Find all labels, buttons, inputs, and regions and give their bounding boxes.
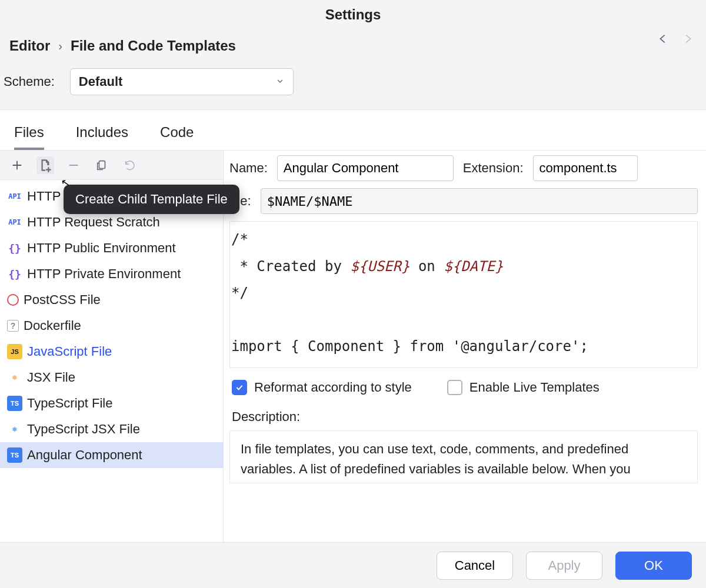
braces-icon: {} — [7, 266, 22, 282]
add-template-button[interactable] — [8, 156, 26, 174]
js-icon: JS — [7, 344, 22, 359]
template-item[interactable]: ?Dockerfile — [0, 313, 223, 339]
apply-button[interactable]: Apply — [526, 552, 602, 580]
nav-arrows — [657, 32, 694, 45]
template-item[interactable]: TSTypeScript File — [0, 390, 223, 416]
template-code-editor[interactable]: /* * Created by ${USER} on ${DATE} */ im… — [229, 221, 698, 368]
template-item[interactable]: ⚛TypeScript JSX File — [0, 416, 223, 442]
template-detail-pane: Name: Extension: me: /* * Created by ${U… — [224, 151, 706, 542]
breadcrumb-root[interactable]: Editor — [9, 38, 50, 54]
checkbox-unchecked-icon — [447, 380, 462, 395]
copy-template-button[interactable] — [93, 156, 111, 174]
tooltip-create-child: Create Child Template File — [64, 185, 239, 214]
scheme-row: Scheme: Default — [0, 68, 706, 110]
title-bar: Settings — [0, 0, 706, 29]
react-icon: ⚛ — [7, 422, 22, 437]
extension-label: Extension: — [463, 161, 524, 176]
template-item[interactable]: JSJavaScript File — [0, 339, 223, 365]
api-icon: API — [7, 215, 22, 230]
revert-button[interactable] — [121, 156, 139, 174]
reformat-checkbox[interactable]: Reformat according to style — [232, 380, 412, 395]
braces-icon: {} — [7, 240, 22, 256]
template-list[interactable]: APIHTTP Request APIHTTP Request Scratch … — [0, 180, 223, 542]
scheme-select[interactable]: Default — [70, 68, 294, 95]
postcss-icon — [7, 294, 19, 306]
api-icon: API — [7, 189, 22, 204]
filename-row: me: — [229, 188, 698, 214]
checkbox-checked-icon — [232, 380, 247, 395]
breadcrumb-separator-icon: › — [58, 39, 62, 53]
template-extension-input[interactable] — [533, 155, 638, 181]
chevron-down-icon — [275, 74, 285, 89]
name-label: Name: — [229, 161, 268, 176]
template-item[interactable]: {}HTTP Private Environment — [0, 261, 223, 287]
tab-includes[interactable]: Includes — [76, 124, 128, 150]
unknown-file-icon: ? — [7, 320, 19, 332]
forward-icon[interactable] — [681, 32, 694, 45]
tab-files[interactable]: Files — [14, 124, 44, 150]
scheme-value: Default — [79, 74, 123, 89]
breadcrumb: Editor › File and Code Templates — [0, 29, 706, 68]
react-icon: ⚛ — [7, 370, 22, 385]
settings-window: Settings Editor › File and Code Template… — [0, 0, 706, 588]
body: ↖ Create Child Template File APIHTTP Req… — [0, 150, 706, 542]
scheme-label: Scheme: — [4, 74, 55, 89]
options-row: Reformat according to style Enable Live … — [229, 368, 698, 407]
description-text: In file templates, you can use text, cod… — [229, 430, 698, 483]
template-item[interactable]: {}HTTP Public Environment — [0, 235, 223, 261]
ts-icon: TS — [7, 447, 22, 463]
template-item[interactable]: ⚛JSX File — [0, 365, 223, 390]
template-list-pane: ↖ Create Child Template File APIHTTP Req… — [0, 151, 224, 542]
file-name-input[interactable] — [261, 188, 698, 214]
window-title: Settings — [325, 6, 381, 23]
template-item[interactable]: PostCSS File — [0, 287, 223, 313]
name-ext-row: Name: Extension: — [229, 155, 698, 181]
ts-icon: TS — [7, 396, 22, 411]
description-label: Description: — [229, 407, 698, 430]
tab-code[interactable]: Code — [160, 124, 194, 150]
template-name-input[interactable] — [277, 155, 454, 181]
cancel-button[interactable]: Cancel — [437, 552, 513, 580]
create-child-button[interactable] — [36, 156, 54, 174]
svg-rect-0 — [99, 161, 105, 168]
breadcrumb-current: File and Code Templates — [71, 38, 236, 54]
remove-template-button[interactable] — [65, 156, 82, 174]
tabs: Files Includes Code — [0, 110, 706, 150]
template-toolbar — [0, 151, 223, 180]
back-icon[interactable] — [657, 32, 670, 45]
template-item-selected[interactable]: TSAngular Component — [0, 442, 223, 468]
ok-button[interactable]: OK — [615, 552, 692, 580]
live-templates-checkbox[interactable]: Enable Live Templates — [447, 380, 600, 395]
dialog-button-bar: Cancel Apply OK — [0, 542, 706, 588]
